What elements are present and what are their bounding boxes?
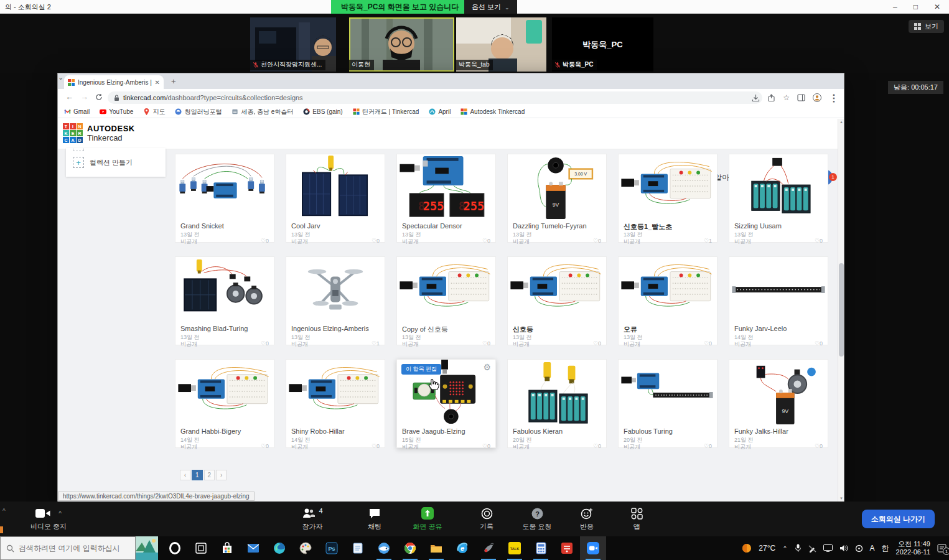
bookmark-6[interactable]: EBS (gain) xyxy=(303,108,342,115)
notification-center-button[interactable]: 1 xyxy=(937,544,947,553)
design-card[interactable]: Copy of 신호등13일 전비공개♡0 xyxy=(396,256,496,345)
tab-close-icon[interactable]: ✕ xyxy=(155,79,160,86)
design-card[interactable]: 82558255Spectacular Densor13일 전비공개♡0 xyxy=(396,154,496,243)
leave-breakout-button[interactable]: 소회의실 나가기 xyxy=(862,510,935,528)
ime-korean-label[interactable]: 한 xyxy=(882,543,889,554)
scroll-up-icon[interactable]: ▲ xyxy=(838,120,844,124)
gear-icon[interactable]: ⚙ xyxy=(483,362,491,372)
video-options-caret-icon[interactable]: ^ xyxy=(58,510,62,517)
apps-button[interactable]: 앱 xyxy=(614,506,660,531)
bookmark-5[interactable]: 세종, 충남 e학습터 xyxy=(231,108,293,116)
design-thumbnail[interactable] xyxy=(286,257,385,324)
browser-menu-icon[interactable]: ⋮ xyxy=(829,92,839,104)
design-card[interactable]: 9VFunky Jalks-Hillar21일 전비공개♡0 xyxy=(729,359,828,448)
address-bar[interactable]: tinkercad.com/dashboard?type=circuits&co… xyxy=(108,91,762,104)
search-input[interactable] xyxy=(19,544,124,553)
design-card[interactable]: Ingenious Elzing-Amberis13일 전비공개♡1 xyxy=(286,256,385,345)
video-tile-1[interactable]: 천안시직장맘지원센... xyxy=(250,17,336,72)
bookmark-2[interactable]: YouTube xyxy=(100,108,133,115)
video-tile-3[interactable]: 박동욱_tab xyxy=(456,17,546,72)
taskbar-task-view-icon[interactable] xyxy=(188,536,214,560)
taskbar-capture-tool-icon[interactable] xyxy=(475,536,502,560)
microphone-icon[interactable] xyxy=(795,544,802,553)
taskbar-notepad-icon[interactable] xyxy=(345,536,371,560)
design-card[interactable]: 3.00 V9VDazzling Tumelo-Fyyran13일 전비공개♡0 xyxy=(507,154,607,243)
pagination-next[interactable]: › xyxy=(216,470,227,480)
browser-scrollbar[interactable]: ▲ ▼ xyxy=(838,119,844,502)
side-panel-icon[interactable] xyxy=(797,94,805,101)
new-tab-button[interactable]: + xyxy=(171,77,176,86)
design-thumbnail[interactable] xyxy=(397,257,495,324)
tinkercad-logo[interactable]: TIN KER CAD AUTODESK Tinkercad xyxy=(63,123,135,143)
chat-button[interactable]: 채팅 xyxy=(352,506,398,531)
taskbar-explorer-icon[interactable] xyxy=(423,536,449,560)
bookmark-8[interactable]: April xyxy=(429,108,451,115)
reload-icon[interactable] xyxy=(95,93,103,101)
design-card[interactable]: 이 항목 편집⚙Brave Jaagub-Elzing15일 전비공개♡0 xyxy=(396,359,496,448)
design-card[interactable]: 오류13일 전비공개♡0 xyxy=(618,256,718,345)
taskbar-search-box[interactable] xyxy=(0,536,136,560)
design-thumbnail[interactable] xyxy=(619,360,717,427)
tray-expand-icon[interactable]: ⌃ xyxy=(782,545,787,552)
pagination-prev[interactable]: ‹ xyxy=(180,470,190,480)
view-options-button[interactable]: 옵션 보기⌄ xyxy=(464,0,517,14)
video-tile-2[interactable]: 이동현 xyxy=(349,17,454,72)
taskbar-edge-icon[interactable] xyxy=(266,536,292,560)
design-thumbnail[interactable] xyxy=(286,154,385,222)
pagination-page-1[interactable]: 1 xyxy=(192,470,203,480)
taskbar-hancom-icon[interactable] xyxy=(554,536,580,560)
design-thumbnail[interactable] xyxy=(619,154,717,222)
display-connect-icon[interactable] xyxy=(823,544,833,552)
design-thumbnail[interactable]: 82558255 xyxy=(397,154,495,222)
design-card[interactable]: Fabulous Turing20일 전비공개♡0 xyxy=(618,359,718,448)
taskbar-store-icon[interactable] xyxy=(214,536,240,560)
taskbar-paint-icon[interactable] xyxy=(292,536,319,560)
help-button[interactable]: ?도움 요청 xyxy=(514,506,560,531)
bookmark-7[interactable]: 틴커캐드 | Tinkercad xyxy=(353,108,419,116)
bookmark-3[interactable]: 지도 xyxy=(143,108,165,116)
clock[interactable]: 오전 11:49 2022-06-11 xyxy=(896,540,930,556)
share-icon[interactable] xyxy=(767,94,775,102)
stop-video-button[interactable]: ^ 비디오 중지 xyxy=(19,506,78,531)
share-button[interactable]: 화면 공유 xyxy=(404,506,451,531)
create-collection-panel[interactable]: + 컬렉션 만들기 xyxy=(66,148,166,177)
edit-item-badge[interactable]: 이 항목 편집 xyxy=(401,364,441,375)
speaker-icon[interactable] xyxy=(839,544,848,552)
design-card[interactable]: Grand Snicket13일 전비공개♡0 xyxy=(175,154,274,243)
design-thumbnail[interactable]: 3.00 V9V xyxy=(508,154,606,222)
profile-avatar-icon[interactable] xyxy=(813,93,821,102)
record-button[interactable]: 기록 xyxy=(464,506,510,531)
browser-tab[interactable]: Ingenious Elzing-Amberis | Tink ✕ xyxy=(64,75,164,89)
bookmark-star-icon[interactable]: ☆ xyxy=(783,93,790,102)
bookmark-1[interactable]: Gmail xyxy=(64,108,90,115)
design-thumbnail[interactable] xyxy=(729,257,828,324)
tab-search-icon[interactable]: ⌄ xyxy=(58,73,63,82)
design-thumbnail[interactable] xyxy=(619,257,717,324)
scroll-down-icon[interactable]: ▼ xyxy=(838,497,844,500)
design-card[interactable]: Fabulous Kieran20일 전비공개♡0 xyxy=(507,359,607,448)
design-card[interactable]: Funky Jarv-Leelo14일 전비공개♡0 xyxy=(729,256,828,345)
design-card[interactable]: Sizzling Uusam13일 전비공개♡0 xyxy=(729,154,828,243)
design-thumbnail[interactable] xyxy=(508,257,606,324)
reactions-button[interactable]: 반응 xyxy=(564,506,610,531)
design-thumbnail[interactable] xyxy=(175,257,274,324)
install-icon[interactable] xyxy=(752,94,760,102)
tray-ring-icon[interactable] xyxy=(855,544,863,553)
design-thumbnail[interactable] xyxy=(286,360,385,427)
participants-button[interactable]: 4참가자 xyxy=(289,506,335,531)
maximize-icon[interactable]: □ xyxy=(914,2,918,11)
design-thumbnail[interactable]: 9V xyxy=(729,360,828,427)
taskbar-opera-icon[interactable] xyxy=(162,536,188,560)
design-card[interactable]: Smashing Blad-Turing13일 전비공개♡0 xyxy=(175,256,274,345)
scrollbar-thumb[interactable] xyxy=(839,263,844,357)
search-highlight-art[interactable] xyxy=(136,536,158,560)
ime-latin-label[interactable]: A xyxy=(870,544,875,553)
taskbar-photoshop-icon[interactable]: Ps xyxy=(319,536,345,560)
bookmark-9[interactable]: Autodesk Tinkercad xyxy=(460,108,525,115)
view-layout-button[interactable]: 보기 xyxy=(909,20,944,33)
minimize-icon[interactable]: – xyxy=(893,2,897,11)
chevron-up-icon[interactable]: ^ xyxy=(2,508,6,515)
design-card[interactable]: Grand Habbi-Bigery14일 전비공개♡0 xyxy=(175,359,274,448)
design-thumbnail[interactable] xyxy=(175,360,274,427)
pagination-page-2[interactable]: 2 xyxy=(204,470,215,480)
